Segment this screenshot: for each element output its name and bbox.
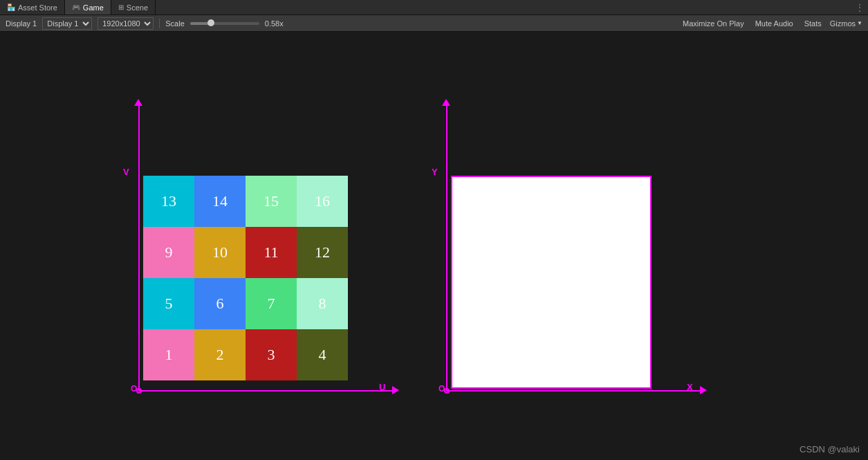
tile-5: 5 [143, 278, 194, 329]
scale-value: 0.58x [265, 19, 284, 28]
xy-origin-dot [444, 388, 450, 394]
gizmos-label: Gizmos [830, 19, 856, 28]
scene-icon: ⊞ [118, 3, 124, 11]
gizmos-dropdown[interactable]: Gizmos ▼ [830, 19, 862, 28]
tab-game-label: Game [83, 3, 104, 12]
tile-12: 12 [297, 227, 348, 278]
tile-3: 3 [246, 329, 297, 380]
tile-1: 1 [143, 329, 194, 380]
tile-9: 9 [143, 227, 194, 278]
xy-y-axis [446, 101, 447, 392]
toolbar: Display 1 Display 1 1920x1080 Scale 0.58… [0, 15, 868, 32]
watermark: CSDN @valaki [800, 444, 860, 454]
uv-v-label: V [123, 167, 129, 177]
asset-store-icon: 🏪 [7, 3, 15, 11]
tab-ellipsis[interactable]: ⋮ [856, 3, 864, 12]
tab-scene-label: Scene [127, 3, 148, 12]
stats-button[interactable]: Stats [802, 18, 824, 29]
toolbar-right: Maximize On Play Mute Audio Stats Gizmos… [680, 18, 862, 29]
resolution-select[interactable]: 1920x1080 [98, 17, 154, 30]
xy-y-label: Y [432, 167, 438, 177]
tile-4: 4 [297, 329, 348, 380]
tile-14: 14 [194, 176, 246, 227]
xy-white-rect [451, 176, 652, 389]
xy-x-arrow [700, 386, 707, 394]
tile-grid: 13141516910111256781234 [143, 176, 348, 380]
tile-6: 6 [194, 278, 246, 329]
scale-slider[interactable] [190, 22, 259, 25]
tile-13: 13 [143, 176, 194, 227]
separator-1 [159, 19, 160, 28]
tile-15: 15 [246, 176, 297, 227]
tab-asset-store[interactable]: 🏪 Asset Store [0, 0, 65, 15]
scale-slider-thumb[interactable] [207, 19, 214, 26]
uv-u-axis [138, 390, 394, 392]
viewport: V U O 13141516910111256781234 Y X O CSDN… [0, 32, 868, 460]
display-label: Display 1 [6, 19, 37, 28]
tab-game[interactable]: 🎮 Game [65, 0, 111, 15]
tab-bar: 🏪 Asset Store 🎮 Game ⊞ Scene ⋮ [0, 0, 868, 15]
tile-11: 11 [246, 227, 297, 278]
uv-v-axis [138, 101, 140, 392]
xy-x-label: X [687, 382, 693, 392]
tile-16: 16 [297, 176, 348, 227]
game-icon: 🎮 [72, 3, 80, 11]
tile-8: 8 [297, 278, 348, 329]
mute-audio-button[interactable]: Mute Audio [752, 18, 796, 29]
uv-u-label: U [379, 382, 385, 392]
maximize-on-play-button[interactable]: Maximize On Play [680, 18, 747, 29]
tab-scene[interactable]: ⊞ Scene [111, 0, 156, 15]
uv-v-arrow [134, 99, 142, 106]
xy-x-axis [446, 390, 702, 392]
uv-u-arrow [392, 386, 399, 394]
tile-2: 2 [194, 329, 246, 380]
tile-10: 10 [194, 227, 246, 278]
tile-7: 7 [246, 278, 297, 329]
chevron-down-icon: ▼ [857, 20, 862, 26]
xy-y-arrow [442, 99, 450, 106]
scale-label: Scale [165, 19, 185, 28]
display-select[interactable]: Display 1 [42, 17, 92, 30]
uv-origin-dot [136, 388, 142, 394]
tab-asset-store-label: Asset Store [18, 3, 57, 12]
